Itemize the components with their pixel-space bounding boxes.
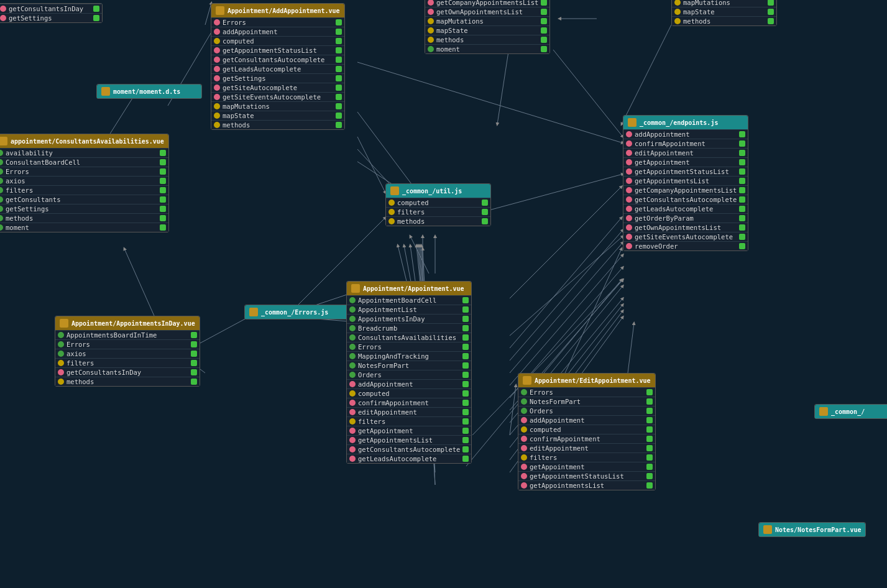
node-get-consultants[interactable]: getConsultantsInDaygetSettings [0, 3, 103, 23]
node-row[interactable]: NotesFormPart [347, 361, 471, 370]
node-row[interactable]: Breadcrumb [347, 323, 471, 333]
node-row[interactable]: methods [425, 35, 549, 44]
node-row[interactable]: mapState [425, 25, 549, 35]
diagram-canvas[interactable]: Appointment/AddAppointment.vueErrorsaddA… [0, 0, 887, 588]
node-row[interactable]: Orders [518, 406, 655, 415]
node-appointment-main[interactable]: Appointment/Appointment.vueAppointmentBo… [346, 281, 472, 464]
node-row[interactable]: getAppointmentsList [623, 176, 748, 185]
node-row[interactable]: methods [211, 120, 344, 129]
node-row[interactable]: getOwnAppointmentsList [623, 223, 748, 232]
node-row[interactable]: getLeadsAutocomplete [347, 454, 471, 463]
node-row[interactable]: ConsultantBoardCell [0, 157, 168, 167]
node-row[interactable]: methods [0, 213, 168, 223]
node-row[interactable]: methods [672, 16, 776, 25]
node-row[interactable]: computed [211, 36, 344, 45]
node-row[interactable]: confirmAppointment [623, 139, 748, 148]
node-row[interactable]: axios [0, 176, 168, 185]
node-row[interactable]: getSiteEventsAutocomplete [623, 232, 748, 241]
node-row[interactable]: Errors [55, 339, 200, 349]
node-notes-form[interactable]: Notes/NotesFormPart.vue [758, 522, 866, 537]
node-row[interactable]: computed [518, 425, 655, 434]
node-row[interactable]: editAppointment [623, 148, 748, 157]
node-row[interactable]: getLeadsAutocomplete [211, 64, 344, 73]
node-moment[interactable]: moment/moment.d.ts [96, 84, 202, 99]
node-row[interactable]: mapMutations [425, 16, 549, 25]
node-row[interactable]: getConsultantsAutocomplete [211, 55, 344, 64]
node-row[interactable]: getSiteAutocomplete [211, 83, 344, 92]
node-row[interactable]: methods [55, 377, 200, 386]
node-row[interactable]: mapState [672, 7, 776, 16]
node-consultants-availabilities[interactable]: appointment/ConsultantsAvailabilities.vu… [0, 134, 169, 232]
node-row[interactable]: getAppointmentStatusList [518, 471, 655, 480]
node-row[interactable]: NotesFormPart [518, 397, 655, 406]
node-row[interactable]: filters [347, 416, 471, 426]
node-row[interactable]: addAppointment [347, 379, 471, 388]
node-row[interactable]: getAppointmentStatusList [211, 45, 344, 55]
node-row[interactable]: addAppointment [211, 27, 344, 36]
node-row[interactable]: moment [0, 223, 168, 232]
node-row[interactable]: filters [518, 452, 655, 462]
node-row[interactable]: getOrderByParam [623, 213, 748, 223]
node-row[interactable]: getOwnAppointmentsList [425, 7, 549, 16]
node-row[interactable]: Errors [211, 17, 344, 27]
node-common-util[interactable]: _common_/util.jscomputedfiltersmethods [385, 183, 491, 226]
node-row[interactable]: mapMutations [211, 101, 344, 111]
node-row[interactable]: getCompanyAppointmentsList [623, 185, 748, 195]
node-row[interactable]: filters [386, 207, 490, 216]
node-row[interactable]: addAppointment [623, 129, 748, 139]
node-row[interactable]: getSettings [0, 13, 102, 22]
node-add-appointment[interactable]: Appointment/AddAppointment.vueErrorsaddA… [211, 3, 345, 130]
node-row[interactable]: MappingAndTracking [347, 351, 471, 361]
node-row[interactable]: editAppointment [347, 407, 471, 416]
node-top-right-block[interactable]: mapMutationsmapStatemethods [671, 0, 777, 26]
node-row[interactable]: getSiteEventsAutocomplete [211, 92, 344, 101]
node-appointments-in-day[interactable]: Appointment/AppointmentsInDay.vueAppoint… [55, 316, 200, 387]
node-row[interactable]: mapMutations [672, 0, 776, 7]
row-icon [626, 178, 632, 184]
node-row[interactable]: addAppointment [518, 415, 655, 425]
node-row[interactable]: AppointmentsInDay [347, 314, 471, 323]
node-row[interactable]: Errors [0, 167, 168, 176]
node-row[interactable]: computed [386, 198, 490, 207]
node-row[interactable]: getLeadsAutocomplete [623, 204, 748, 213]
node-row[interactable]: ConsultantsAvailabilities [347, 333, 471, 342]
node-row[interactable]: getAppointment [623, 157, 748, 167]
node-row[interactable]: getSettings [211, 73, 344, 83]
node-row[interactable]: getAppointment [518, 462, 655, 471]
node-row[interactable]: confirmAppointment [347, 398, 471, 407]
node-row[interactable]: AppointmentList [347, 305, 471, 314]
node-row[interactable]: getConsultants [0, 195, 168, 204]
node-row[interactable]: AppointmentsBoardInTime [55, 330, 200, 339]
node-row[interactable]: getAppointmentStatusList [623, 167, 748, 176]
node-common-errors[interactable]: _common_/Errors.js [244, 305, 350, 319]
node-row[interactable]: Errors [518, 387, 655, 397]
node-row[interactable]: getConsultantsAutocomplete [347, 444, 471, 454]
node-row[interactable]: getConsultantsInDay [0, 4, 102, 13]
node-row[interactable]: getConsultantsAutocomplete [623, 195, 748, 204]
node-row[interactable]: getAppointmentsList [518, 480, 655, 490]
node-row[interactable]: getCompanyAppointmentsList [425, 0, 549, 7]
node-row[interactable]: availability [0, 148, 168, 157]
node-row[interactable]: Orders [347, 370, 471, 379]
node-edit-appointment[interactable]: Appointment/EditAppointment.vueErrorsNot… [518, 373, 656, 490]
node-row[interactable]: filters [0, 185, 168, 195]
node-row[interactable]: mapState [211, 111, 344, 120]
node-row[interactable]: moment [425, 44, 549, 53]
node-row[interactable]: editAppointment [518, 443, 655, 452]
node-row[interactable]: computed [347, 388, 471, 398]
node-common-endpoints[interactable]: _common_/endpoints.jsaddAppointmentconfi… [623, 115, 748, 251]
node-top-mid[interactable]: getCompanyAppointmentsListgetOwnAppointm… [425, 0, 550, 54]
svg-line-31 [510, 218, 622, 348]
node-row[interactable]: getAppointment [347, 426, 471, 435]
node-common-last[interactable]: _common_/ [814, 404, 887, 419]
node-row[interactable]: axios [55, 349, 200, 358]
node-row[interactable]: filters [55, 358, 200, 367]
node-row[interactable]: methods [386, 216, 490, 226]
node-row[interactable]: removeOrder [623, 241, 748, 250]
node-row[interactable]: getConsultantsInDay [55, 367, 200, 377]
node-row[interactable]: getSettings [0, 204, 168, 213]
node-row[interactable]: AppointmentBoardCell [347, 295, 471, 305]
node-row[interactable]: getAppointmentsList [347, 435, 471, 444]
node-row[interactable]: Errors [347, 342, 471, 351]
node-row[interactable]: confirmAppointment [518, 434, 655, 443]
